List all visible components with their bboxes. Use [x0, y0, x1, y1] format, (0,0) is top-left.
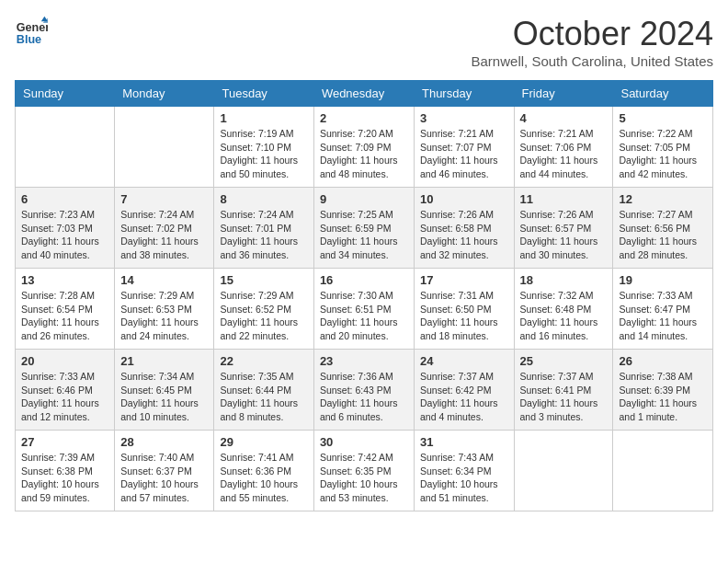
- location: Barnwell, South Carolina, United States: [472, 53, 713, 69]
- calendar-week-row: 1Sunrise: 7:19 AMSunset: 7:10 PMDaylight…: [16, 107, 713, 188]
- day-number: 15: [220, 273, 307, 287]
- calendar-cell: 20Sunrise: 7:33 AMSunset: 6:46 PMDayligh…: [16, 350, 115, 431]
- day-number: 23: [320, 354, 408, 368]
- day-info: Sunrise: 7:37 AMSunset: 6:42 PMDaylight:…: [420, 370, 508, 424]
- calendar-cell: 17Sunrise: 7:31 AMSunset: 6:50 PMDayligh…: [414, 269, 514, 350]
- day-info: Sunrise: 7:31 AMSunset: 6:50 PMDaylight:…: [420, 289, 508, 343]
- weekday-header: Friday: [514, 81, 613, 107]
- calendar-cell: 31Sunrise: 7:43 AMSunset: 6:34 PMDayligh…: [414, 431, 514, 511]
- day-number: 18: [520, 273, 608, 287]
- calendar-cell: 5Sunrise: 7:22 AMSunset: 7:05 PMDaylight…: [613, 107, 713, 188]
- calendar-cell: 16Sunrise: 7:30 AMSunset: 6:51 PMDayligh…: [313, 269, 414, 350]
- weekday-header: Sunday: [16, 81, 115, 107]
- day-number: 16: [320, 273, 408, 287]
- calendar-cell: 14Sunrise: 7:29 AMSunset: 6:53 PMDayligh…: [115, 269, 214, 350]
- month-title: October 2024: [472, 15, 713, 53]
- calendar-cell: 15Sunrise: 7:29 AMSunset: 6:52 PMDayligh…: [214, 269, 313, 350]
- page-header: General Blue October 2024 Barnwell, Sout…: [15, 15, 713, 69]
- calendar-cell: 22Sunrise: 7:35 AMSunset: 6:44 PMDayligh…: [214, 350, 313, 431]
- day-number: 5: [619, 111, 707, 125]
- calendar-cell: 19Sunrise: 7:33 AMSunset: 6:47 PMDayligh…: [613, 269, 713, 350]
- calendar-cell: 12Sunrise: 7:27 AMSunset: 6:56 PMDayligh…: [613, 188, 713, 269]
- calendar-cell: 9Sunrise: 7:25 AMSunset: 6:59 PMDaylight…: [313, 188, 414, 269]
- day-info: Sunrise: 7:36 AMSunset: 6:43 PMDaylight:…: [320, 370, 408, 424]
- calendar-cell: 3Sunrise: 7:21 AMSunset: 7:07 PMDaylight…: [414, 107, 514, 188]
- calendar-cell: 30Sunrise: 7:42 AMSunset: 6:35 PMDayligh…: [313, 431, 414, 511]
- title-block: October 2024 Barnwell, South Carolina, U…: [472, 15, 713, 69]
- calendar-cell: 24Sunrise: 7:37 AMSunset: 6:42 PMDayligh…: [414, 350, 514, 431]
- day-info: Sunrise: 7:29 AMSunset: 6:53 PMDaylight:…: [120, 289, 208, 343]
- header-row: SundayMondayTuesdayWednesdayThursdayFrid…: [16, 81, 713, 107]
- day-number: 24: [420, 354, 508, 368]
- day-info: Sunrise: 7:19 AMSunset: 7:10 PMDaylight:…: [220, 127, 307, 181]
- calendar-cell: [613, 431, 713, 511]
- day-number: 12: [619, 192, 707, 206]
- calendar-cell: 26Sunrise: 7:38 AMSunset: 6:39 PMDayligh…: [613, 350, 713, 431]
- day-number: 8: [220, 192, 307, 206]
- day-info: Sunrise: 7:26 AMSunset: 6:58 PMDaylight:…: [420, 208, 508, 262]
- day-number: 30: [320, 435, 408, 449]
- day-info: Sunrise: 7:22 AMSunset: 7:05 PMDaylight:…: [619, 127, 707, 181]
- day-number: 17: [420, 273, 508, 287]
- calendar-cell: 2Sunrise: 7:20 AMSunset: 7:09 PMDaylight…: [313, 107, 414, 188]
- day-info: Sunrise: 7:21 AMSunset: 7:06 PMDaylight:…: [520, 127, 608, 181]
- weekday-header: Saturday: [613, 81, 713, 107]
- calendar-cell: [16, 107, 115, 188]
- day-number: 21: [120, 354, 208, 368]
- day-info: Sunrise: 7:37 AMSunset: 6:41 PMDaylight:…: [520, 370, 608, 424]
- day-info: Sunrise: 7:27 AMSunset: 6:56 PMDaylight:…: [619, 208, 707, 262]
- calendar-cell: 21Sunrise: 7:34 AMSunset: 6:45 PMDayligh…: [115, 350, 214, 431]
- day-number: 20: [21, 354, 108, 368]
- day-info: Sunrise: 7:35 AMSunset: 6:44 PMDaylight:…: [220, 370, 307, 424]
- day-number: 31: [420, 435, 508, 449]
- day-info: Sunrise: 7:33 AMSunset: 6:47 PMDaylight:…: [619, 289, 707, 343]
- calendar-cell: 11Sunrise: 7:26 AMSunset: 6:57 PMDayligh…: [514, 188, 613, 269]
- svg-text:Blue: Blue: [17, 33, 41, 46]
- day-number: 26: [619, 354, 707, 368]
- calendar-cell: 1Sunrise: 7:19 AMSunset: 7:10 PMDaylight…: [214, 107, 313, 188]
- day-number: 28: [120, 435, 208, 449]
- day-info: Sunrise: 7:33 AMSunset: 6:46 PMDaylight:…: [21, 370, 108, 424]
- day-number: 29: [220, 435, 307, 449]
- calendar-cell: 23Sunrise: 7:36 AMSunset: 6:43 PMDayligh…: [313, 350, 414, 431]
- day-info: Sunrise: 7:32 AMSunset: 6:48 PMDaylight:…: [520, 289, 608, 343]
- day-number: 22: [220, 354, 307, 368]
- day-info: Sunrise: 7:24 AMSunset: 7:02 PMDaylight:…: [120, 208, 208, 262]
- day-info: Sunrise: 7:43 AMSunset: 6:34 PMDaylight:…: [420, 451, 508, 505]
- day-info: Sunrise: 7:30 AMSunset: 6:51 PMDaylight:…: [320, 289, 408, 343]
- day-info: Sunrise: 7:28 AMSunset: 6:54 PMDaylight:…: [21, 289, 108, 343]
- day-number: 11: [520, 192, 608, 206]
- day-number: 9: [320, 192, 408, 206]
- day-number: 14: [120, 273, 208, 287]
- day-number: 25: [520, 354, 608, 368]
- weekday-header: Tuesday: [214, 81, 313, 107]
- weekday-header: Wednesday: [313, 81, 414, 107]
- calendar-cell: 29Sunrise: 7:41 AMSunset: 6:36 PMDayligh…: [214, 431, 313, 511]
- day-info: Sunrise: 7:29 AMSunset: 6:52 PMDaylight:…: [220, 289, 307, 343]
- calendar-table: SundayMondayTuesdayWednesdayThursdayFrid…: [15, 80, 713, 511]
- day-info: Sunrise: 7:42 AMSunset: 6:35 PMDaylight:…: [320, 451, 408, 505]
- day-info: Sunrise: 7:41 AMSunset: 6:36 PMDaylight:…: [220, 451, 307, 505]
- day-number: 6: [21, 192, 108, 206]
- calendar-cell: 25Sunrise: 7:37 AMSunset: 6:41 PMDayligh…: [514, 350, 613, 431]
- weekday-header: Monday: [115, 81, 214, 107]
- calendar-cell: 4Sunrise: 7:21 AMSunset: 7:06 PMDaylight…: [514, 107, 613, 188]
- day-info: Sunrise: 7:23 AMSunset: 7:03 PMDaylight:…: [21, 208, 108, 262]
- calendar-cell: 10Sunrise: 7:26 AMSunset: 6:58 PMDayligh…: [414, 188, 514, 269]
- day-info: Sunrise: 7:26 AMSunset: 6:57 PMDaylight:…: [520, 208, 608, 262]
- day-number: 4: [520, 111, 608, 125]
- day-number: 27: [21, 435, 108, 449]
- day-info: Sunrise: 7:21 AMSunset: 7:07 PMDaylight:…: [420, 127, 508, 181]
- calendar-week-row: 13Sunrise: 7:28 AMSunset: 6:54 PMDayligh…: [16, 269, 713, 350]
- day-info: Sunrise: 7:39 AMSunset: 6:38 PMDaylight:…: [21, 451, 108, 505]
- calendar-week-row: 27Sunrise: 7:39 AMSunset: 6:38 PMDayligh…: [16, 431, 713, 511]
- weekday-header: Thursday: [414, 81, 514, 107]
- calendar-cell: [115, 107, 214, 188]
- day-info: Sunrise: 7:20 AMSunset: 7:09 PMDaylight:…: [320, 127, 408, 181]
- day-number: 10: [420, 192, 508, 206]
- day-info: Sunrise: 7:40 AMSunset: 6:37 PMDaylight:…: [120, 451, 208, 505]
- calendar-cell: [514, 431, 613, 511]
- calendar-cell: 6Sunrise: 7:23 AMSunset: 7:03 PMDaylight…: [16, 188, 115, 269]
- day-info: Sunrise: 7:34 AMSunset: 6:45 PMDaylight:…: [120, 370, 208, 424]
- day-info: Sunrise: 7:38 AMSunset: 6:39 PMDaylight:…: [619, 370, 707, 424]
